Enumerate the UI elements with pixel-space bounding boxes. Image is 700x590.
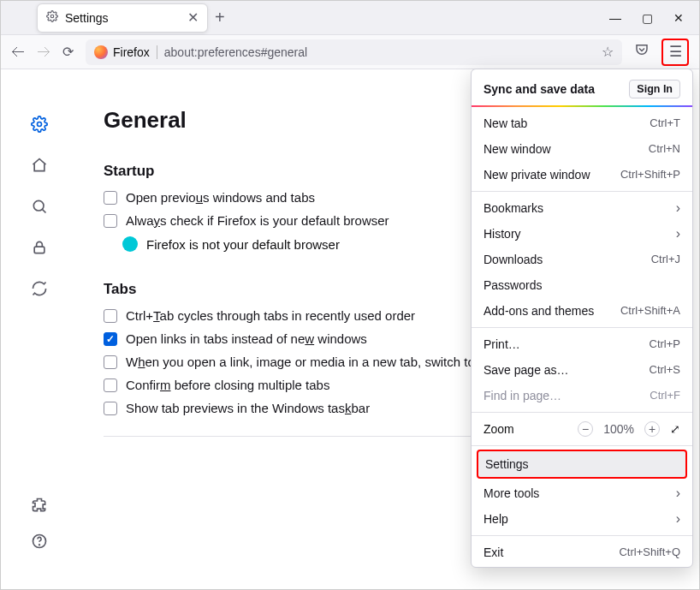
checkbox-icon[interactable] xyxy=(104,355,117,369)
checkbox-icon[interactable] xyxy=(104,402,117,415)
zoom-in-button[interactable]: + xyxy=(644,421,660,437)
settings-sidebar xyxy=(1,69,78,589)
shortcut: Ctrl+Shift+P xyxy=(620,168,680,181)
tab-title: Settings xyxy=(65,11,109,25)
app-menu-button[interactable]: ☰ xyxy=(661,39,689,66)
menu-bookmarks[interactable]: Bookmarks› xyxy=(472,195,692,221)
forward-button[interactable]: 🡢 xyxy=(37,45,50,60)
menu-more-tools[interactable]: More tools› xyxy=(472,480,692,506)
menu-exit[interactable]: ExitCtrl+Shift+Q xyxy=(472,539,692,565)
chevron-right-icon: › xyxy=(676,486,680,501)
separator xyxy=(157,45,157,59)
back-button[interactable]: 🡠 xyxy=(11,45,25,60)
gear-icon xyxy=(46,10,58,25)
checkbox-icon[interactable] xyxy=(104,309,117,323)
window-minimize-button[interactable]: — xyxy=(609,11,621,25)
app-menu: Sync and save data Sign In New tabCtrl+T… xyxy=(471,69,693,568)
checkbox-icon[interactable] xyxy=(104,214,117,228)
menu-label: Bookmarks xyxy=(483,201,543,215)
sign-in-button[interactable]: Sign In xyxy=(629,80,680,98)
shortcut: Ctrl+J xyxy=(651,253,680,265)
menu-label: Help xyxy=(483,512,508,526)
pocket-icon[interactable] xyxy=(634,42,650,62)
menu-label: History xyxy=(483,227,521,241)
menu-passwords[interactable]: Passwords xyxy=(472,272,692,298)
opt-label: Open previous windows and tabs xyxy=(126,190,315,205)
shortcut: Ctrl+F xyxy=(650,389,680,402)
reload-button[interactable]: ⟳ xyxy=(62,44,74,60)
url-text: about:preferences#general xyxy=(164,45,307,59)
sidebar-help-icon[interactable] xyxy=(29,531,50,551)
menu-label: Print… xyxy=(483,337,520,351)
opt-label: Show tab previews in the Windows taskbar xyxy=(126,401,370,415)
menu-save-page[interactable]: Save page as…Ctrl+S xyxy=(472,357,692,383)
menu-label: Sync and save data xyxy=(483,82,595,96)
menu-separator xyxy=(472,445,692,446)
titlebar: Settings ✕ + — ▢ ✕ xyxy=(1,1,699,35)
chevron-right-icon: › xyxy=(676,511,680,527)
menu-label: Exit xyxy=(483,545,503,559)
shortcut: Ctrl+P xyxy=(650,337,680,350)
sidebar-extensions-icon[interactable] xyxy=(29,495,50,516)
identity-label: Firefox xyxy=(113,45,150,59)
fullscreen-icon[interactable]: ⤢ xyxy=(670,422,680,436)
menu-new-tab[interactable]: New tabCtrl+T xyxy=(472,110,692,136)
menu-downloads[interactable]: DownloadsCtrl+J xyxy=(472,247,692,272)
sidebar-home-icon[interactable] xyxy=(29,155,50,176)
checkbox-icon[interactable] xyxy=(104,191,117,205)
menu-print[interactable]: Print…Ctrl+P xyxy=(472,331,692,357)
opt-label: Open links in tabs instead of new window… xyxy=(126,331,367,346)
checkbox-icon[interactable] xyxy=(104,378,117,392)
opt-label: Ctrl+Tab cycles through tabs in recently… xyxy=(126,308,415,323)
bookmark-star-icon[interactable]: ☆ xyxy=(602,44,614,60)
menu-label: New private window xyxy=(483,168,590,182)
menu-separator xyxy=(472,412,692,413)
sidebar-search-icon[interactable] xyxy=(29,196,50,217)
firefox-status-icon xyxy=(122,236,138,252)
window-maximize-button[interactable]: ▢ xyxy=(642,11,653,25)
sidebar-sync-icon[interactable] xyxy=(29,278,50,299)
svg-point-2 xyxy=(33,200,44,211)
shortcut: Ctrl+T xyxy=(650,116,680,129)
sidebar-privacy-icon[interactable] xyxy=(29,237,50,258)
menu-label: New window xyxy=(483,142,551,156)
site-identity[interactable]: Firefox xyxy=(94,45,150,59)
firefox-logo-icon xyxy=(94,45,108,59)
menu-settings[interactable]: Settings xyxy=(477,450,687,479)
menu-label: New tab xyxy=(483,116,527,130)
menu-new-private-window[interactable]: New private windowCtrl+Shift+P xyxy=(472,162,692,188)
new-tab-button[interactable]: + xyxy=(215,8,225,27)
checkbox-checked-icon[interactable]: ✓ xyxy=(104,332,117,346)
shortcut: Ctrl+N xyxy=(649,142,680,155)
menu-separator xyxy=(472,105,692,107)
shortcut: Ctrl+Shift+Q xyxy=(619,545,680,558)
menu-separator xyxy=(472,327,692,328)
tab-close-icon[interactable]: ✕ xyxy=(187,9,199,26)
browser-tab[interactable]: Settings ✕ xyxy=(37,3,208,33)
menu-label: Passwords xyxy=(483,278,542,292)
menu-history[interactable]: History› xyxy=(472,221,692,247)
zoom-value: 100% xyxy=(603,422,634,436)
window-close-button[interactable]: ✕ xyxy=(673,11,684,25)
menu-find: Find in page…Ctrl+F xyxy=(472,383,692,408)
menu-label: Settings xyxy=(485,457,529,471)
menu-separator xyxy=(472,191,692,192)
zoom-out-button[interactable]: − xyxy=(578,421,593,437)
shortcut: Ctrl+S xyxy=(650,363,680,376)
menu-help[interactable]: Help› xyxy=(472,506,692,532)
menu-separator xyxy=(472,535,692,536)
svg-point-0 xyxy=(50,15,54,18)
menu-label: Zoom xyxy=(483,422,514,436)
chevron-right-icon: › xyxy=(676,200,680,216)
menu-label: Find in page… xyxy=(483,389,561,402)
nav-toolbar: 🡠 🡢 ⟳ Firefox about:preferences#general … xyxy=(1,35,699,69)
menu-addons[interactable]: Add-ons and themesCtrl+Shift+A xyxy=(472,298,692,324)
menu-new-window[interactable]: New windowCtrl+N xyxy=(472,136,692,162)
sidebar-general-icon[interactable] xyxy=(29,114,50,134)
address-bar[interactable]: Firefox about:preferences#general ☆ xyxy=(86,39,622,65)
chevron-right-icon: › xyxy=(676,226,680,241)
menu-label: Add-ons and themes xyxy=(483,304,594,318)
menu-sync[interactable]: Sync and save data Sign In xyxy=(472,74,692,104)
menu-label: Save page as… xyxy=(483,363,569,377)
svg-point-5 xyxy=(39,545,40,545)
